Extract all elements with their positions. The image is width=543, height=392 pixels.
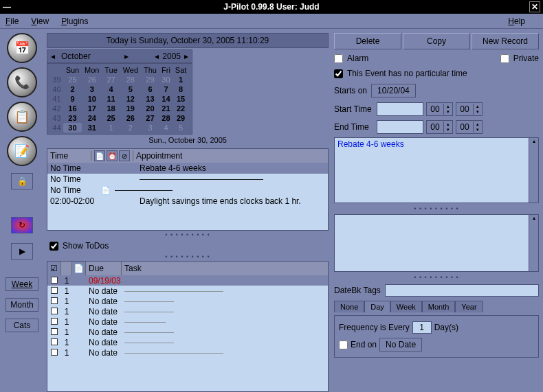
- calendar-day[interactable]: 26: [82, 75, 102, 84]
- calendar-day[interactable]: 3: [141, 123, 159, 132]
- tags-input[interactable]: [385, 284, 539, 297]
- end-on-checkbox[interactable]: [339, 341, 348, 349]
- alarm-checkbox[interactable]: [334, 54, 343, 63]
- calendar-day[interactable]: 6: [141, 84, 159, 94]
- calendar-day[interactable]: 29: [173, 113, 189, 123]
- calendar-day[interactable]: 24: [82, 113, 102, 123]
- nav-week[interactable]: Week: [5, 277, 38, 291]
- todo-col-due[interactable]: Due: [86, 262, 122, 275]
- calendar-day[interactable]: 9: [63, 94, 82, 104]
- memo-icon[interactable]: 📝: [7, 136, 37, 166]
- tab-day[interactable]: Day: [364, 301, 390, 312]
- calendar-day[interactable]: 13: [141, 94, 159, 104]
- repeat-filter-icon[interactable]: ⊘: [119, 150, 130, 161]
- menu-help[interactable]: Help: [508, 16, 525, 26]
- todo-row[interactable]: 1No date——————: [47, 337, 328, 347]
- splitter-1[interactable]: • • • • • • • • •: [47, 232, 329, 238]
- calendar-day[interactable]: 10: [82, 94, 102, 104]
- calendar-day[interactable]: 11: [102, 94, 120, 104]
- calendar-day[interactable]: 3: [82, 84, 102, 94]
- appointment-row[interactable]: No Time📄———————: [47, 185, 328, 196]
- todo-icon-button[interactable]: 📋: [7, 102, 37, 132]
- copy-button[interactable]: Copy: [403, 33, 470, 49]
- next-year[interactable]: ▸: [181, 51, 192, 61]
- calendar-day[interactable]: 27: [141, 113, 159, 123]
- splitter-2[interactable]: • • • • • • • • •: [47, 254, 329, 260]
- todo-col-task[interactable]: Task: [122, 262, 328, 275]
- show-todos-checkbox[interactable]: [49, 242, 58, 251]
- todo-row[interactable]: 1No date——————: [47, 306, 328, 316]
- menu-view[interactable]: View: [31, 16, 49, 26]
- todo-row[interactable]: 1No date—————: [47, 316, 328, 327]
- todo-row[interactable]: 1No date————————————: [47, 286, 328, 296]
- desc-scrollbar[interactable]: ▴: [529, 138, 538, 203]
- todo-row[interactable]: 1No date————————————: [47, 347, 328, 358]
- todo-col-check-icon[interactable]: ☑: [47, 262, 61, 275]
- note-textarea[interactable]: ▴: [334, 214, 539, 272]
- no-time-checkbox[interactable]: [334, 69, 343, 78]
- calendar-day[interactable]: 2: [120, 123, 142, 132]
- calendar-day[interactable]: 30: [63, 123, 82, 132]
- calendar-day[interactable]: 27: [102, 75, 120, 84]
- calendar-day[interactable]: 8: [173, 84, 189, 94]
- end-hour-spinner[interactable]: 00▴▾: [426, 120, 453, 134]
- prev-month[interactable]: ◂: [47, 51, 58, 61]
- calendar-day[interactable]: 21: [159, 104, 173, 113]
- end-time-field[interactable]: [377, 120, 423, 134]
- next-month[interactable]: ▸: [121, 51, 132, 61]
- calendar-day[interactable]: 28: [120, 75, 142, 84]
- address-icon[interactable]: 📞: [7, 67, 37, 97]
- splitter-right[interactable]: • • • • • • • • •: [334, 206, 539, 211]
- appointment-row[interactable]: No TimeRebate 4-6 weeks: [47, 163, 328, 174]
- datebook-icon[interactable]: 📅: [7, 33, 37, 63]
- note-scrollbar[interactable]: ▴: [529, 215, 538, 271]
- window-close-button[interactable]: ✕: [529, 1, 540, 12]
- appt-col-appointment[interactable]: Appointment: [133, 151, 328, 161]
- calendar-day[interactable]: 15: [173, 94, 189, 104]
- calendar-day[interactable]: 26: [120, 113, 142, 123]
- calendar-day[interactable]: 14: [159, 94, 173, 104]
- calendar-day[interactable]: 23: [63, 113, 82, 123]
- calendar-day[interactable]: 4: [102, 84, 120, 94]
- calendar-day[interactable]: 2: [63, 84, 82, 94]
- calendar-day[interactable]: 19: [120, 104, 142, 113]
- lock-button[interactable]: 🔒: [11, 173, 33, 189]
- tab-week[interactable]: Week: [390, 301, 422, 312]
- delete-button[interactable]: Delete: [334, 33, 401, 49]
- calendar-day[interactable]: 29: [141, 75, 159, 84]
- menu-plugins[interactable]: Plugins: [61, 16, 88, 26]
- calendar-day[interactable]: 7: [159, 84, 173, 94]
- appointment-row[interactable]: 02:00-02:00Daylight savings time ends cl…: [47, 196, 328, 207]
- tab-year[interactable]: Year: [455, 301, 483, 312]
- start-hour-spinner[interactable]: 00▴▾: [426, 102, 453, 116]
- prev-year[interactable]: ◂: [151, 51, 162, 61]
- alarm-filter-icon[interactable]: ⏰: [107, 150, 118, 161]
- calendar-day[interactable]: 5: [120, 84, 142, 94]
- splitter-right-2[interactable]: • • • • • • • • •: [334, 275, 539, 280]
- calendar-day[interactable]: 25: [102, 113, 120, 123]
- todo-row[interactable]: 1No date——————: [47, 296, 328, 306]
- calendar-day[interactable]: 22: [173, 104, 189, 113]
- description-textarea[interactable]: Rebate 4-6 weeks ▴: [334, 137, 539, 203]
- calendar-day[interactable]: 17: [82, 104, 102, 113]
- tab-none[interactable]: None: [334, 301, 364, 312]
- calendar-day[interactable]: 1: [173, 75, 189, 84]
- starts-on-value[interactable]: 10/20/04: [371, 84, 416, 97]
- calendar-day[interactable]: 28: [159, 113, 173, 123]
- calendar-day[interactable]: 5: [173, 123, 189, 132]
- calendar-day[interactable]: 25: [63, 75, 82, 84]
- calendar-day[interactable]: 16: [63, 104, 82, 113]
- start-time-field[interactable]: [377, 102, 423, 116]
- window-menu-icon[interactable]: —: [3, 2, 11, 12]
- calendar-day[interactable]: 31: [82, 123, 102, 132]
- calendar-day[interactable]: 12: [120, 94, 142, 104]
- start-min-spinner[interactable]: 00▴▾: [456, 102, 483, 116]
- calendar-day[interactable]: 30: [159, 75, 173, 84]
- calendar-day[interactable]: 18: [102, 104, 120, 113]
- calendar-day[interactable]: 4: [159, 123, 173, 132]
- backup-button[interactable]: ▶: [11, 243, 33, 260]
- nav-month[interactable]: Month: [5, 298, 38, 312]
- appointment-row[interactable]: No Time———————————————: [47, 174, 328, 185]
- menu-file[interactable]: File: [5, 16, 19, 26]
- todo-col-note-icon[interactable]: 📄: [72, 262, 86, 275]
